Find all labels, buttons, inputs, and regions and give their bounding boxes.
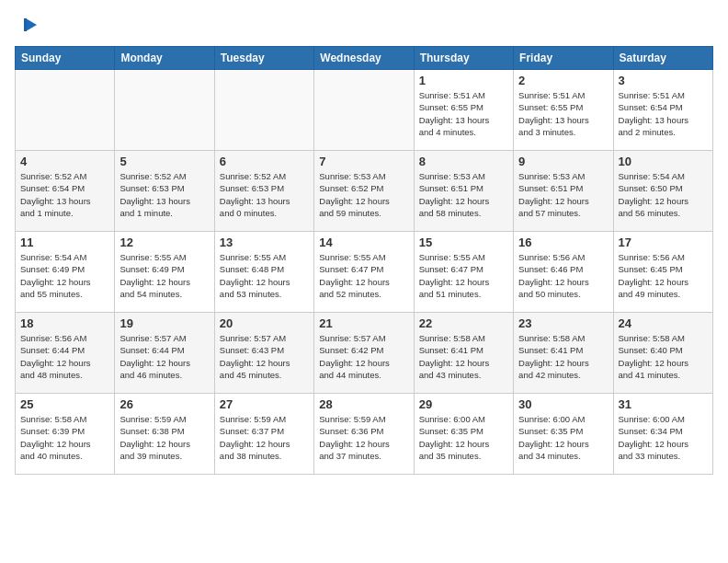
calendar-week-row: 1Sunrise: 5:51 AM Sunset: 6:55 PM Daylig… [16,70,713,151]
day-info: Sunrise: 5:51 AM Sunset: 6:55 PM Dayligh… [419,89,508,138]
day-number: 28 [319,397,408,411]
day-info: Sunrise: 5:56 AM Sunset: 6:46 PM Dayligh… [518,251,608,300]
calendar-cell: 9Sunrise: 5:53 AM Sunset: 6:51 PM Daylig… [514,151,613,232]
calendar-cell: 20Sunrise: 5:57 AM Sunset: 6:43 PM Dayli… [214,313,313,394]
day-info: Sunrise: 5:52 AM Sunset: 6:54 PM Dayligh… [20,170,109,219]
calendar-cell: 31Sunrise: 6:00 AM Sunset: 6:34 PM Dayli… [613,394,712,475]
calendar-cell: 1Sunrise: 5:51 AM Sunset: 6:55 PM Daylig… [414,70,513,151]
day-header-tuesday: Tuesday [214,47,313,70]
calendar-cell: 17Sunrise: 5:56 AM Sunset: 6:45 PM Dayli… [613,232,712,313]
day-info: Sunrise: 5:55 AM Sunset: 6:49 PM Dayligh… [119,251,209,300]
calendar-week-row: 11Sunrise: 5:54 AM Sunset: 6:49 PM Dayli… [16,232,713,313]
svg-rect-1 [24,18,27,31]
day-info: Sunrise: 6:00 AM Sunset: 6:34 PM Dayligh… [619,413,708,462]
day-info: Sunrise: 5:55 AM Sunset: 6:48 PM Dayligh… [220,251,309,300]
calendar-cell: 21Sunrise: 5:57 AM Sunset: 6:42 PM Dayli… [314,313,414,394]
calendar-cell: 22Sunrise: 5:58 AM Sunset: 6:41 PM Dayli… [414,313,513,394]
logo [15,15,39,35]
calendar-cell [314,70,414,151]
day-info: Sunrise: 5:58 AM Sunset: 6:40 PM Dayligh… [619,332,708,381]
day-info: Sunrise: 5:55 AM Sunset: 6:47 PM Dayligh… [419,251,508,300]
day-number: 24 [619,316,708,330]
day-info: Sunrise: 5:59 AM Sunset: 6:36 PM Dayligh… [319,413,408,462]
day-number: 5 [119,155,209,168]
day-number: 19 [119,316,209,330]
calendar-cell: 8Sunrise: 5:53 AM Sunset: 6:51 PM Daylig… [414,151,513,232]
day-info: Sunrise: 5:53 AM Sunset: 6:51 PM Dayligh… [419,170,508,219]
calendar-cell: 24Sunrise: 5:58 AM Sunset: 6:40 PM Dayli… [613,313,712,394]
logo-icon [18,15,39,35]
calendar-week-row: 25Sunrise: 5:58 AM Sunset: 6:39 PM Dayli… [16,394,713,475]
svg-marker-0 [26,18,37,31]
calendar-cell: 4Sunrise: 5:52 AM Sunset: 6:54 PM Daylig… [16,151,115,232]
day-header-saturday: Saturday [613,47,712,70]
day-number: 6 [220,155,309,168]
day-number: 10 [619,155,708,168]
day-number: 27 [220,397,309,411]
day-info: Sunrise: 5:54 AM Sunset: 6:50 PM Dayligh… [619,170,708,219]
day-number: 16 [518,236,608,249]
calendar-cell: 14Sunrise: 5:55 AM Sunset: 6:47 PM Dayli… [314,232,414,313]
day-number: 17 [619,236,708,249]
day-number: 11 [20,236,109,249]
day-info: Sunrise: 5:52 AM Sunset: 6:53 PM Dayligh… [220,170,309,219]
calendar-cell: 26Sunrise: 5:59 AM Sunset: 6:38 PM Dayli… [115,394,214,475]
day-number: 1 [419,74,508,87]
day-number: 14 [319,236,408,249]
calendar-cell: 12Sunrise: 5:55 AM Sunset: 6:49 PM Dayli… [115,232,214,313]
day-info: Sunrise: 5:58 AM Sunset: 6:41 PM Dayligh… [419,332,508,381]
day-info: Sunrise: 5:56 AM Sunset: 6:45 PM Dayligh… [619,251,708,300]
day-number: 26 [119,397,209,411]
day-number: 25 [20,397,109,411]
day-number: 3 [619,74,708,87]
calendar-cell: 6Sunrise: 5:52 AM Sunset: 6:53 PM Daylig… [214,151,313,232]
day-number: 21 [319,316,408,330]
calendar-cell [16,70,115,151]
calendar-cell: 16Sunrise: 5:56 AM Sunset: 6:46 PM Dayli… [514,232,613,313]
day-header-friday: Friday [514,47,613,70]
day-info: Sunrise: 5:57 AM Sunset: 6:43 PM Dayligh… [220,332,309,381]
calendar-cell: 10Sunrise: 5:54 AM Sunset: 6:50 PM Dayli… [613,151,712,232]
day-number: 8 [419,155,508,168]
day-info: Sunrise: 5:59 AM Sunset: 6:38 PM Dayligh… [119,413,209,462]
calendar-cell: 13Sunrise: 5:55 AM Sunset: 6:48 PM Dayli… [214,232,313,313]
day-info: Sunrise: 5:57 AM Sunset: 6:44 PM Dayligh… [119,332,209,381]
calendar-cell: 3Sunrise: 5:51 AM Sunset: 6:54 PM Daylig… [613,70,712,151]
calendar-cell: 29Sunrise: 6:00 AM Sunset: 6:35 PM Dayli… [414,394,513,475]
calendar-cell: 23Sunrise: 5:58 AM Sunset: 6:41 PM Dayli… [514,313,613,394]
day-number: 13 [220,236,309,249]
day-number: 7 [319,155,408,168]
day-info: Sunrise: 5:54 AM Sunset: 6:49 PM Dayligh… [20,251,109,300]
day-info: Sunrise: 5:58 AM Sunset: 6:41 PM Dayligh… [518,332,608,381]
day-header-sunday: Sunday [16,47,115,70]
calendar-table: SundayMondayTuesdayWednesdayThursdayFrid… [15,46,713,475]
calendar-cell: 19Sunrise: 5:57 AM Sunset: 6:44 PM Dayli… [115,313,214,394]
calendar-header-row: SundayMondayTuesdayWednesdayThursdayFrid… [16,47,713,70]
day-number: 2 [518,74,608,87]
calendar-cell: 30Sunrise: 6:00 AM Sunset: 6:35 PM Dayli… [514,394,613,475]
day-info: Sunrise: 5:59 AM Sunset: 6:37 PM Dayligh… [220,413,309,462]
day-number: 22 [419,316,508,330]
calendar-cell: 11Sunrise: 5:54 AM Sunset: 6:49 PM Dayli… [16,232,115,313]
calendar-week-row: 18Sunrise: 5:56 AM Sunset: 6:44 PM Dayli… [16,313,713,394]
calendar-cell: 5Sunrise: 5:52 AM Sunset: 6:53 PM Daylig… [115,151,214,232]
calendar-cell: 15Sunrise: 5:55 AM Sunset: 6:47 PM Dayli… [414,232,513,313]
day-number: 4 [20,155,109,168]
calendar-week-row: 4Sunrise: 5:52 AM Sunset: 6:54 PM Daylig… [16,151,713,232]
day-info: Sunrise: 5:51 AM Sunset: 6:55 PM Dayligh… [518,89,608,138]
calendar-cell: 28Sunrise: 5:59 AM Sunset: 6:36 PM Dayli… [314,394,414,475]
day-number: 12 [119,236,209,249]
day-info: Sunrise: 5:52 AM Sunset: 6:53 PM Dayligh… [119,170,209,219]
calendar-cell [115,70,214,151]
day-info: Sunrise: 5:55 AM Sunset: 6:47 PM Dayligh… [319,251,408,300]
day-info: Sunrise: 5:53 AM Sunset: 6:52 PM Dayligh… [319,170,408,219]
calendar-cell: 7Sunrise: 5:53 AM Sunset: 6:52 PM Daylig… [314,151,414,232]
day-info: Sunrise: 6:00 AM Sunset: 6:35 PM Dayligh… [518,413,608,462]
day-number: 31 [619,397,708,411]
day-info: Sunrise: 5:57 AM Sunset: 6:42 PM Dayligh… [319,332,408,381]
day-number: 23 [518,316,608,330]
day-number: 15 [419,236,508,249]
calendar-cell: 18Sunrise: 5:56 AM Sunset: 6:44 PM Dayli… [16,313,115,394]
day-info: Sunrise: 5:51 AM Sunset: 6:54 PM Dayligh… [619,89,708,138]
day-header-thursday: Thursday [414,47,513,70]
